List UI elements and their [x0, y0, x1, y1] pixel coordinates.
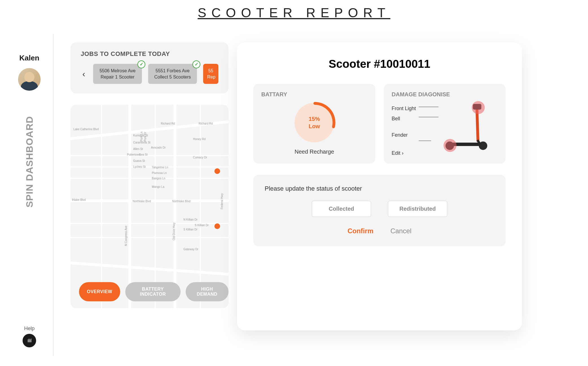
brand-label: SPIN DASHBOARD — [24, 116, 35, 208]
svg-text:Guava St: Guava St — [133, 159, 145, 162]
check-icon: ✓ — [192, 60, 200, 68]
damage-heading: DAMAGE DIAGONISE — [392, 91, 498, 98]
jobs-row: ‹ ✓ 5506 Melrose Ave Repair 1 Scooter ✓ … — [81, 64, 218, 84]
svg-text:Plumosa Ln: Plumosa Ln — [152, 171, 167, 175]
cancel-button[interactable]: Cancel — [390, 227, 412, 235]
battery-card: BATTARY 15% Low Need Recharge — [253, 84, 375, 164]
svg-text:Pottertown: Pottertown — [127, 153, 141, 156]
svg-text:Richard Rd: Richard Rd — [161, 122, 175, 125]
svg-text:thlake Blvd: thlake Blvd — [72, 198, 86, 201]
battery-gauge: 15% Low — [295, 103, 334, 142]
svg-text:Lycheo St: Lycheo St — [133, 165, 146, 168]
help-label: Help — [24, 326, 34, 332]
jobs-panel: JOBS TO COMPLETE TODAY ‹ ✓ 5506 Melrose … — [71, 42, 229, 93]
jobs-heading: JOBS TO COMPLETE TODAY — [81, 50, 218, 58]
svg-text:S Killian Dr: S Killian Dr — [183, 228, 198, 231]
jobs-prev-button[interactable]: ‹ — [81, 69, 87, 79]
job-line2: Rep — [207, 74, 214, 80]
damage-part: Front Light — [392, 103, 416, 114]
check-icon: ✓ — [137, 60, 145, 68]
svg-point-14 — [214, 168, 220, 174]
tab-overview[interactable]: OVERVIEW — [79, 282, 120, 301]
tab-battery[interactable]: BATTERY INDICATOR — [125, 282, 181, 301]
damage-card: DAMAGE DIAGONISE Front Light Bell Fender — [384, 84, 506, 164]
svg-text:N Congress Ave: N Congress Ave — [124, 226, 128, 246]
battery-heading: BATTARY — [261, 91, 367, 98]
app-frame: Kalen SPIN DASHBOARD Help ılıl JOBS TO C… — [6, 34, 582, 356]
help-widget[interactable]: Help ılıl — [23, 326, 36, 347]
svg-text:Pork Dr: Pork Dr — [144, 132, 147, 142]
svg-text:S Killian Dr: S Killian Dr — [195, 224, 209, 227]
damage-part: Bell — [392, 114, 416, 124]
damage-spot-icon — [472, 101, 485, 114]
help-icon[interactable]: ılıl — [23, 334, 36, 347]
svg-point-15 — [214, 223, 220, 229]
confirm-button[interactable]: Confirm — [348, 227, 374, 235]
update-prompt: Please update the status of scooter — [265, 185, 494, 192]
svg-text:Pork Ln: Pork Ln — [140, 132, 143, 141]
collected-button[interactable]: Collected — [312, 201, 371, 217]
svg-text:Richard Rd: Richard Rd — [199, 122, 213, 125]
username: Kalen — [19, 54, 40, 62]
svg-text:Northlake Blvd: Northlake Blvd — [133, 200, 151, 203]
svg-text:Mango La: Mango La — [152, 185, 164, 188]
tab-demand[interactable]: HIGH DEMAND — [186, 282, 229, 301]
svg-text:Honey Rd: Honey Rd — [193, 138, 205, 141]
svg-text:Allen St: Allen St — [133, 147, 143, 151]
map[interactable]: Lake Catherine Blvd Richard Rd Richard R… — [71, 105, 229, 308]
svg-text:Lake Catherine Blvd: Lake Catherine Blvd — [73, 128, 99, 131]
page-title: SCOOTER REPORT — [0, 0, 588, 23]
job-card-active[interactable]: 55 Rep — [203, 64, 218, 84]
avatar[interactable] — [18, 68, 41, 91]
job-line1: 5551 Forbes Ave — [152, 68, 193, 74]
redistributed-button[interactable]: Redistributed — [388, 201, 447, 217]
svg-text:Cumacy Dr: Cumacy Dr — [193, 156, 207, 159]
job-card[interactable]: ✓ 5551 Forbes Ave Collect 5 Scooters — [148, 64, 197, 84]
job-line2: Collect 5 Scooters — [152, 74, 193, 80]
map-tabs: OVERVIEW BATTERY INDICATOR HIGH DEMAND — [79, 282, 229, 301]
damage-spot-icon — [444, 139, 457, 152]
battery-caption: Need Recharge — [261, 149, 367, 155]
sidebar: Kalen SPIN DASHBOARD Help ılıl — [6, 34, 54, 356]
svg-text:Bangos Ln: Bangos Ln — [152, 177, 165, 180]
main: JOBS TO COMPLETE TODAY ‹ ✓ 5506 Melrose … — [54, 34, 582, 356]
job-line1: 5506 Melrose Ave — [97, 68, 138, 74]
job-card[interactable]: ✓ 5506 Melrose Ave Repair 1 Scooter — [93, 64, 142, 84]
scooter-diagram — [441, 103, 492, 151]
job-line1: 55 — [207, 68, 214, 74]
svg-text:Avocado Dr: Avocado Dr — [151, 146, 166, 149]
update-status-panel: Please update the status of scooter Coll… — [253, 175, 506, 246]
svg-text:N Killian Dr: N Killian Dr — [183, 218, 198, 221]
svg-text:Sea St: Sea St — [139, 153, 148, 156]
modal-title: Scooter #10010011 — [253, 58, 506, 70]
svg-text:Old Dixie Hwy: Old Dixie Hwy — [172, 223, 175, 240]
svg-text:Northlake Blvd: Northlake Blvd — [172, 200, 190, 203]
svg-text:Tangerine Ln: Tangerine Ln — [152, 166, 168, 169]
svg-text:Federal Hwy: Federal Hwy — [220, 193, 223, 209]
job-line2: Repair 1 Scooter — [97, 74, 138, 80]
edit-damage-link[interactable]: Edit › — [392, 150, 403, 156]
scooter-report-modal: Scooter #10010011 BATTARY 15% Low — [237, 42, 522, 330]
damage-part: Fender — [392, 130, 416, 140]
svg-text:Gateway Dr: Gateway Dr — [183, 248, 198, 251]
